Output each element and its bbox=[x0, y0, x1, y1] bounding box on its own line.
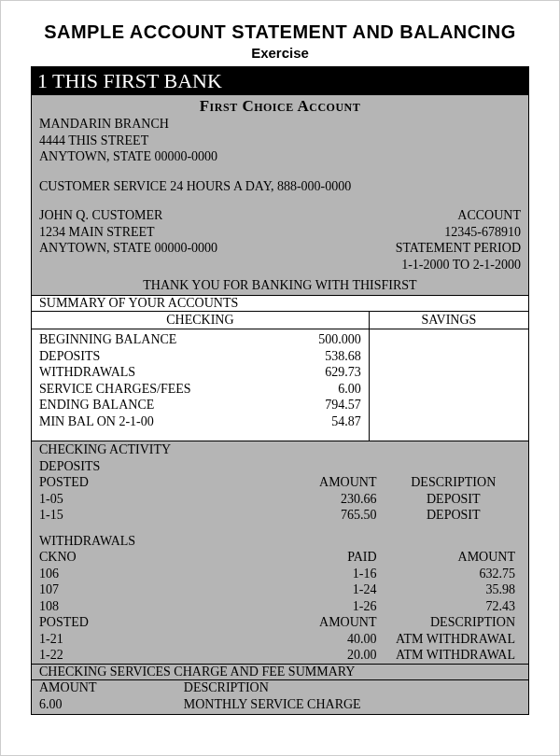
withdrawals-other-headers: POSTED AMOUNT DESCRIPTION bbox=[39, 614, 521, 631]
col-amount: AMOUNT bbox=[260, 474, 385, 491]
summary-title: SUMMARY OF YOUR ACCOUNTS bbox=[32, 295, 528, 312]
wd-posted: 1-21 bbox=[39, 631, 260, 648]
withdrawal-row: 1081-2672.43 bbox=[39, 598, 521, 615]
bank-name-bar: 1 THIS FIRST BANK bbox=[32, 67, 528, 95]
activity-title: CHECKING ACTIVITY bbox=[32, 441, 528, 458]
summary-label: BEGINNING BALANCE bbox=[39, 331, 176, 348]
deposits-headers: POSTED AMOUNT DESCRIPTION bbox=[39, 474, 521, 491]
period-value: 1-1-2000 TO 2-1-2000 bbox=[396, 257, 521, 273]
check-paid: 1-16 bbox=[260, 566, 385, 582]
withdrawals-headers: CKNO PAID AMOUNT bbox=[39, 549, 521, 566]
col-posted: POSTED bbox=[39, 474, 260, 491]
col-description: DESCRIPTION bbox=[184, 680, 521, 695]
summary-row: DEPOSITS538.68 bbox=[39, 348, 361, 365]
fee-row: 6.00 MONTHLY SERVICE CHARGE bbox=[32, 697, 528, 714]
summary-value: 6.00 bbox=[285, 381, 361, 398]
check-no: 106 bbox=[39, 566, 260, 582]
deposits-section: DEPOSITS POSTED AMOUNT DESCRIPTION 1-052… bbox=[32, 458, 528, 524]
wd-desc: ATM WITHDRAWAL bbox=[386, 647, 521, 664]
check-no: 107 bbox=[39, 581, 260, 598]
withdrawal-other-row: 1-2140.00ATM WITHDRAWAL bbox=[39, 631, 521, 648]
check-paid: 1-24 bbox=[260, 581, 385, 598]
col-amount: AMOUNT bbox=[386, 549, 521, 566]
col-description: DESCRIPTION bbox=[386, 474, 521, 491]
check-no: 108 bbox=[39, 598, 260, 615]
page-title: SAMPLE ACCOUNT STATEMENT AND BALANCING bbox=[31, 21, 529, 43]
checking-summary: BEGINNING BALANCE500.000 DEPOSITS538.68 … bbox=[32, 329, 370, 441]
wd-amount: 40.00 bbox=[260, 631, 385, 648]
summary-row: MIN BAL ON 2-1-0054.87 bbox=[39, 413, 361, 430]
summary-row: WITHDRAWALS629.73 bbox=[39, 364, 361, 381]
summary-label: ENDING BALANCE bbox=[39, 397, 154, 413]
summary-label: DEPOSITS bbox=[39, 348, 100, 365]
fees-headers: AMOUNT DESCRIPTION bbox=[32, 680, 528, 697]
customer-account-block: JOHN Q. CUSTOMER 1234 MAIN STREET ANYTOW… bbox=[32, 207, 528, 273]
customer-name: JOHN Q. CUSTOMER bbox=[39, 207, 217, 224]
wd-amount: 20.00 bbox=[260, 647, 385, 664]
fee-amount: 6.00 bbox=[39, 697, 184, 712]
deposit-posted: 1-05 bbox=[39, 491, 260, 508]
deposit-row: 1-05230.66DEPOSIT bbox=[39, 491, 521, 508]
deposit-desc: DEPOSIT bbox=[386, 491, 521, 508]
account-info: ACCOUNT 12345-678910 STATEMENT PERIOD 1-… bbox=[396, 207, 521, 273]
branch-street: 4444 THIS STREET bbox=[39, 133, 521, 149]
summary-column-headers: CHECKING SAVINGS bbox=[32, 312, 528, 329]
col-amount: AMOUNT bbox=[39, 680, 184, 695]
customer-street: 1234 MAIN STREET bbox=[39, 224, 217, 241]
summary-label: WITHDRAWALS bbox=[39, 364, 135, 381]
account-number: 12345-678910 bbox=[396, 224, 521, 241]
summary-row: ENDING BALANCE794.57 bbox=[39, 397, 361, 413]
col-header-checking: CHECKING bbox=[32, 312, 370, 329]
col-paid: PAID bbox=[260, 549, 385, 566]
branch-address: MANDARIN BRANCH 4444 THIS STREET ANYTOWN… bbox=[32, 116, 528, 169]
summary-value: 54.87 bbox=[285, 413, 361, 430]
withdrawals-section: WITHDRAWALS CKNO PAID AMOUNT 1061-16632.… bbox=[32, 533, 528, 664]
thank-you-line: THANK YOU FOR BANKING WITH THISFIRST bbox=[32, 273, 528, 295]
withdrawal-other-row: 1-2220.00ATM WITHDRAWAL bbox=[39, 647, 521, 664]
summary-body: BEGINNING BALANCE500.000 DEPOSITS538.68 … bbox=[32, 329, 528, 441]
wd-posted: 1-22 bbox=[39, 647, 260, 664]
summary-value: 500.000 bbox=[285, 331, 361, 348]
withdrawal-row: 1061-16632.75 bbox=[39, 566, 521, 582]
account-type-heading: First Choice Account bbox=[32, 95, 528, 116]
summary-value: 538.68 bbox=[285, 348, 361, 365]
check-amount: 632.75 bbox=[386, 566, 521, 582]
fee-desc: MONTHLY SERVICE CHARGE bbox=[184, 697, 521, 712]
check-amount: 72.43 bbox=[386, 598, 521, 615]
col-ckno: CKNO bbox=[39, 549, 260, 566]
branch-name: MANDARIN BRANCH bbox=[39, 116, 521, 133]
check-amount: 35.98 bbox=[386, 581, 521, 598]
deposit-amount: 230.66 bbox=[260, 491, 385, 508]
wd-desc: ATM WITHDRAWAL bbox=[386, 631, 521, 648]
customer-city: ANYTOWN, STATE 00000-0000 bbox=[39, 240, 217, 257]
customer-service-line: CUSTOMER SERVICE 24 HOURS A DAY, 888-000… bbox=[32, 178, 528, 199]
deposit-posted: 1-15 bbox=[39, 507, 260, 524]
summary-label: SERVICE CHARGES/FEES bbox=[39, 381, 191, 398]
deposit-amount: 765.50 bbox=[260, 507, 385, 524]
withdrawals-title: WITHDRAWALS bbox=[39, 533, 521, 550]
period-label: STATEMENT PERIOD bbox=[396, 240, 521, 257]
summary-label: MIN BAL ON 2-1-00 bbox=[39, 413, 154, 430]
col-amount: AMOUNT bbox=[260, 614, 385, 631]
page-subtitle: Exercise bbox=[31, 45, 529, 61]
col-posted: POSTED bbox=[39, 614, 260, 631]
deposit-desc: DEPOSIT bbox=[386, 507, 521, 524]
customer-address: JOHN Q. CUSTOMER 1234 MAIN STREET ANYTOW… bbox=[39, 207, 217, 273]
col-description: DESCRIPTION bbox=[386, 614, 521, 631]
col-header-savings: SAVINGS bbox=[370, 312, 528, 329]
summary-value: 629.73 bbox=[285, 364, 361, 381]
withdrawal-row: 1071-2435.98 bbox=[39, 581, 521, 598]
savings-summary bbox=[370, 329, 528, 441]
check-paid: 1-26 bbox=[260, 598, 385, 615]
account-label: ACCOUNT bbox=[396, 207, 521, 224]
branch-city: ANYTOWN, STATE 00000-0000 bbox=[39, 148, 521, 165]
deposits-title: DEPOSITS bbox=[39, 458, 521, 475]
summary-row: SERVICE CHARGES/FEES6.00 bbox=[39, 381, 361, 398]
statement-container: 1 THIS FIRST BANK First Choice Account M… bbox=[31, 66, 529, 715]
summary-row: BEGINNING BALANCE500.000 bbox=[39, 331, 361, 348]
summary-value: 794.57 bbox=[285, 397, 361, 413]
deposit-row: 1-15765.50DEPOSIT bbox=[39, 507, 521, 524]
fees-title: CHECKING SERVICES CHARGE AND FEE SUMMARY bbox=[32, 664, 528, 680]
